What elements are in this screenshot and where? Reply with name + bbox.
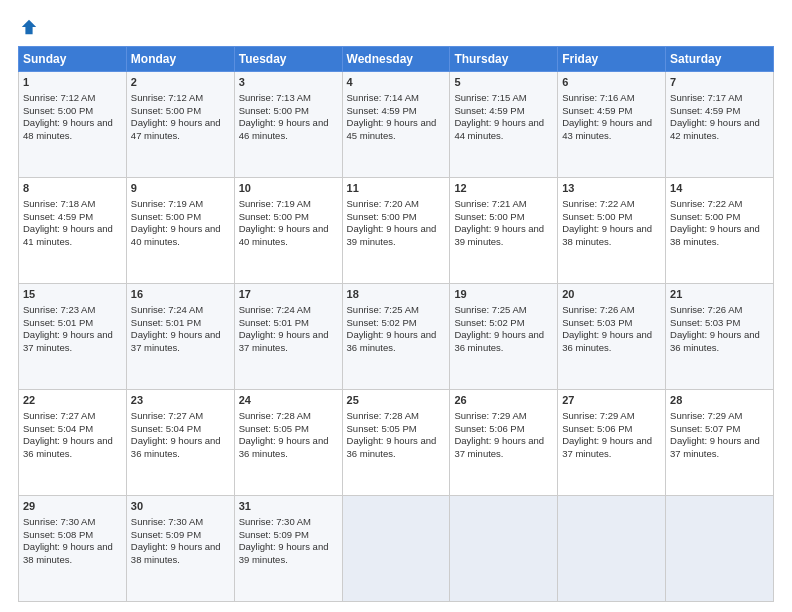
- daylight-text: Daylight: 9 hours and 37 minutes.: [131, 329, 221, 353]
- daylight-text: Daylight: 9 hours and 39 minutes.: [347, 223, 437, 247]
- calendar-cell: 17Sunrise: 7:24 AMSunset: 5:01 PMDayligh…: [234, 284, 342, 390]
- sunset-text: Sunset: 5:00 PM: [23, 105, 93, 116]
- daylight-text: Daylight: 9 hours and 39 minutes.: [239, 541, 329, 565]
- sunrise-text: Sunrise: 7:19 AM: [239, 198, 311, 209]
- day-number: 29: [23, 499, 122, 514]
- day-number: 30: [131, 499, 230, 514]
- page: SundayMondayTuesdayWednesdayThursdayFrid…: [0, 0, 792, 612]
- sunset-text: Sunset: 5:03 PM: [562, 317, 632, 328]
- daylight-text: Daylight: 9 hours and 43 minutes.: [562, 117, 652, 141]
- calendar-cell: 28Sunrise: 7:29 AMSunset: 5:07 PMDayligh…: [666, 390, 774, 496]
- calendar-cell: [666, 496, 774, 602]
- daylight-text: Daylight: 9 hours and 45 minutes.: [347, 117, 437, 141]
- day-number: 13: [562, 181, 661, 196]
- sunrise-text: Sunrise: 7:29 AM: [670, 410, 742, 421]
- sunrise-text: Sunrise: 7:21 AM: [454, 198, 526, 209]
- sunset-text: Sunset: 4:59 PM: [454, 105, 524, 116]
- day-number: 31: [239, 499, 338, 514]
- calendar-cell: 4Sunrise: 7:14 AMSunset: 4:59 PMDaylight…: [342, 72, 450, 178]
- calendar-cell: 1Sunrise: 7:12 AMSunset: 5:00 PMDaylight…: [19, 72, 127, 178]
- sunrise-text: Sunrise: 7:25 AM: [347, 304, 419, 315]
- day-number: 7: [670, 75, 769, 90]
- logo: [18, 18, 38, 36]
- sunset-text: Sunset: 4:59 PM: [562, 105, 632, 116]
- sunset-text: Sunset: 5:02 PM: [454, 317, 524, 328]
- weekday-header: Monday: [126, 47, 234, 72]
- daylight-text: Daylight: 9 hours and 40 minutes.: [131, 223, 221, 247]
- sunrise-text: Sunrise: 7:25 AM: [454, 304, 526, 315]
- day-number: 23: [131, 393, 230, 408]
- sunset-text: Sunset: 5:00 PM: [670, 211, 740, 222]
- day-number: 24: [239, 393, 338, 408]
- sunset-text: Sunset: 5:06 PM: [562, 423, 632, 434]
- calendar-week-row: 29Sunrise: 7:30 AMSunset: 5:08 PMDayligh…: [19, 496, 774, 602]
- weekday-header: Wednesday: [342, 47, 450, 72]
- daylight-text: Daylight: 9 hours and 36 minutes.: [131, 435, 221, 459]
- weekday-header: Sunday: [19, 47, 127, 72]
- sunrise-text: Sunrise: 7:22 AM: [670, 198, 742, 209]
- sunrise-text: Sunrise: 7:30 AM: [239, 516, 311, 527]
- daylight-text: Daylight: 9 hours and 38 minutes.: [670, 223, 760, 247]
- sunset-text: Sunset: 5:04 PM: [131, 423, 201, 434]
- sunrise-text: Sunrise: 7:12 AM: [131, 92, 203, 103]
- logo-icon: [20, 18, 38, 36]
- daylight-text: Daylight: 9 hours and 36 minutes.: [23, 435, 113, 459]
- daylight-text: Daylight: 9 hours and 36 minutes.: [347, 329, 437, 353]
- sunset-text: Sunset: 5:06 PM: [454, 423, 524, 434]
- calendar-cell: 21Sunrise: 7:26 AMSunset: 5:03 PMDayligh…: [666, 284, 774, 390]
- sunrise-text: Sunrise: 7:17 AM: [670, 92, 742, 103]
- calendar-cell: 19Sunrise: 7:25 AMSunset: 5:02 PMDayligh…: [450, 284, 558, 390]
- day-number: 10: [239, 181, 338, 196]
- daylight-text: Daylight: 9 hours and 37 minutes.: [23, 329, 113, 353]
- sunset-text: Sunset: 5:00 PM: [131, 211, 201, 222]
- calendar-cell: 31Sunrise: 7:30 AMSunset: 5:09 PMDayligh…: [234, 496, 342, 602]
- sunrise-text: Sunrise: 7:14 AM: [347, 92, 419, 103]
- day-number: 12: [454, 181, 553, 196]
- day-number: 14: [670, 181, 769, 196]
- sunset-text: Sunset: 5:08 PM: [23, 529, 93, 540]
- daylight-text: Daylight: 9 hours and 40 minutes.: [239, 223, 329, 247]
- calendar-cell: [450, 496, 558, 602]
- calendar-cell: 14Sunrise: 7:22 AMSunset: 5:00 PMDayligh…: [666, 178, 774, 284]
- sunrise-text: Sunrise: 7:13 AM: [239, 92, 311, 103]
- calendar-cell: 13Sunrise: 7:22 AMSunset: 5:00 PMDayligh…: [558, 178, 666, 284]
- daylight-text: Daylight: 9 hours and 37 minutes.: [670, 435, 760, 459]
- sunset-text: Sunset: 5:04 PM: [23, 423, 93, 434]
- daylight-text: Daylight: 9 hours and 37 minutes.: [562, 435, 652, 459]
- weekday-header: Thursday: [450, 47, 558, 72]
- sunset-text: Sunset: 5:01 PM: [23, 317, 93, 328]
- day-number: 19: [454, 287, 553, 302]
- sunrise-text: Sunrise: 7:27 AM: [131, 410, 203, 421]
- calendar: SundayMondayTuesdayWednesdayThursdayFrid…: [18, 46, 774, 602]
- sunrise-text: Sunrise: 7:27 AM: [23, 410, 95, 421]
- sunset-text: Sunset: 4:59 PM: [670, 105, 740, 116]
- calendar-cell: [342, 496, 450, 602]
- calendar-cell: 15Sunrise: 7:23 AMSunset: 5:01 PMDayligh…: [19, 284, 127, 390]
- weekday-header: Tuesday: [234, 47, 342, 72]
- calendar-cell: 2Sunrise: 7:12 AMSunset: 5:00 PMDaylight…: [126, 72, 234, 178]
- calendar-cell: 3Sunrise: 7:13 AMSunset: 5:00 PMDaylight…: [234, 72, 342, 178]
- calendar-cell: 22Sunrise: 7:27 AMSunset: 5:04 PMDayligh…: [19, 390, 127, 496]
- day-number: 3: [239, 75, 338, 90]
- calendar-cell: 20Sunrise: 7:26 AMSunset: 5:03 PMDayligh…: [558, 284, 666, 390]
- calendar-cell: 16Sunrise: 7:24 AMSunset: 5:01 PMDayligh…: [126, 284, 234, 390]
- day-number: 26: [454, 393, 553, 408]
- sunrise-text: Sunrise: 7:23 AM: [23, 304, 95, 315]
- sunset-text: Sunset: 5:00 PM: [347, 211, 417, 222]
- calendar-cell: 24Sunrise: 7:28 AMSunset: 5:05 PMDayligh…: [234, 390, 342, 496]
- daylight-text: Daylight: 9 hours and 48 minutes.: [23, 117, 113, 141]
- sunset-text: Sunset: 5:01 PM: [239, 317, 309, 328]
- sunset-text: Sunset: 5:09 PM: [239, 529, 309, 540]
- calendar-cell: 25Sunrise: 7:28 AMSunset: 5:05 PMDayligh…: [342, 390, 450, 496]
- sunset-text: Sunset: 4:59 PM: [347, 105, 417, 116]
- calendar-cell: 9Sunrise: 7:19 AMSunset: 5:00 PMDaylight…: [126, 178, 234, 284]
- sunset-text: Sunset: 5:00 PM: [454, 211, 524, 222]
- svg-marker-0: [22, 20, 36, 34]
- calendar-cell: 6Sunrise: 7:16 AMSunset: 4:59 PMDaylight…: [558, 72, 666, 178]
- day-number: 18: [347, 287, 446, 302]
- sunset-text: Sunset: 5:01 PM: [131, 317, 201, 328]
- day-number: 5: [454, 75, 553, 90]
- day-number: 4: [347, 75, 446, 90]
- day-number: 20: [562, 287, 661, 302]
- sunset-text: Sunset: 5:02 PM: [347, 317, 417, 328]
